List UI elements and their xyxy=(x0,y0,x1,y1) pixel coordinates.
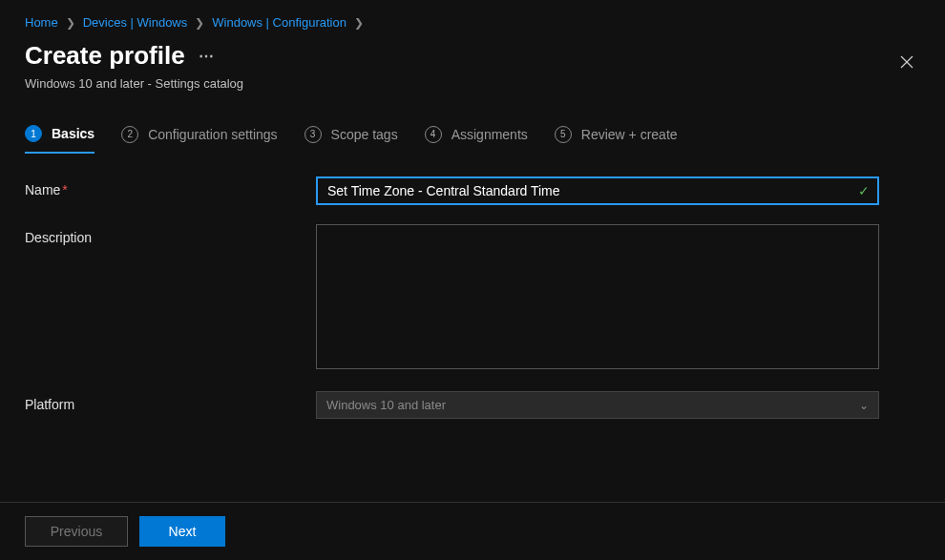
chevron-right-icon: ❯ xyxy=(354,16,364,30)
required-indicator: * xyxy=(62,182,67,197)
name-label-text: Name xyxy=(25,182,60,197)
chevron-right-icon: ❯ xyxy=(66,16,75,30)
step-basics[interactable]: 1 Basics xyxy=(25,125,94,154)
page-subtitle: Windows 10 and later - Settings catalog xyxy=(25,76,893,91)
step-label: Review + create xyxy=(581,127,678,142)
previous-button[interactable]: Previous xyxy=(25,516,128,547)
step-scope-tags[interactable]: 3 Scope tags xyxy=(304,126,398,153)
name-label: Name* xyxy=(25,176,316,205)
step-number: 2 xyxy=(121,126,138,143)
step-review-create[interactable]: 5 Review + create xyxy=(555,126,678,153)
breadcrumb-item-devices[interactable]: Devices | Windows xyxy=(83,15,188,30)
step-number: 3 xyxy=(304,126,322,143)
step-number: 4 xyxy=(425,126,442,143)
step-label: Scope tags xyxy=(331,127,398,142)
description-label: Description xyxy=(25,224,316,372)
step-label: Assignments xyxy=(452,127,528,142)
wizard-stepper: 1 Basics 2 Configuration settings 3 Scop… xyxy=(25,125,920,154)
platform-label: Platform xyxy=(25,391,316,419)
step-label: Configuration settings xyxy=(148,127,277,142)
close-button[interactable] xyxy=(893,49,920,75)
breadcrumb: Home ❯ Devices | Windows ❯ Windows | Con… xyxy=(25,15,920,30)
close-icon xyxy=(900,55,914,69)
description-input[interactable] xyxy=(316,224,879,369)
platform-select: Windows 10 and later ⌄ xyxy=(316,391,879,419)
footer: Previous Next xyxy=(0,502,945,560)
breadcrumb-item-home[interactable]: Home xyxy=(25,15,58,30)
name-input[interactable] xyxy=(316,176,879,205)
step-label: Basics xyxy=(52,126,94,141)
step-assignments[interactable]: 4 Assignments xyxy=(425,126,528,153)
chevron-down-icon: ⌄ xyxy=(859,399,869,412)
step-number: 5 xyxy=(555,126,572,143)
page-title: Create profile xyxy=(25,41,185,71)
step-config-settings[interactable]: 2 Configuration settings xyxy=(121,126,277,153)
form: Name* ✓ Description Platform Windows 10 … xyxy=(25,176,920,419)
breadcrumb-item-configuration[interactable]: Windows | Configuration xyxy=(212,15,346,30)
chevron-right-icon: ❯ xyxy=(195,16,204,30)
step-number: 1 xyxy=(25,125,42,142)
platform-value: Windows 10 and later xyxy=(326,398,446,412)
more-icon[interactable]: ⋯ xyxy=(199,47,216,65)
next-button[interactable]: Next xyxy=(139,516,225,547)
